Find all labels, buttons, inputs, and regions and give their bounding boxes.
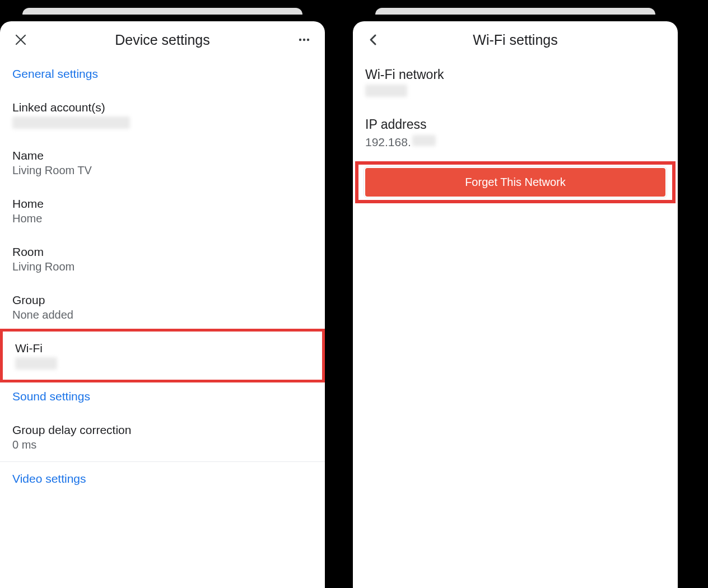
room-label: Room <box>12 245 313 259</box>
sheet-behind <box>375 8 655 15</box>
page-title: Device settings <box>29 32 296 48</box>
svg-point-4 <box>307 39 309 41</box>
forget-network-button[interactable]: Forget This Network <box>364 167 667 198</box>
more-icon[interactable] <box>296 31 313 48</box>
ip-address-prefix: 192.168. <box>365 136 411 149</box>
home-value: Home <box>12 212 313 225</box>
name-label: Name <box>12 149 313 162</box>
home-row[interactable]: Home Home <box>0 187 325 235</box>
svg-point-2 <box>299 39 301 41</box>
notch <box>0 0 325 7</box>
home-label: Home <box>12 197 313 211</box>
name-row[interactable]: Name Living Room TV <box>0 139 325 187</box>
wifi-network-row[interactable]: Wi-Fi network <box>353 57 678 107</box>
group-value: None added <box>12 309 313 321</box>
ip-address-suffix-redacted <box>412 135 436 146</box>
device-settings-screen: Device settings General settings Linked … <box>0 0 325 588</box>
forget-network-label: Forget This Network <box>465 176 566 188</box>
group-delay-value: 0 ms <box>12 438 313 451</box>
wifi-settings-screen: Wi-Fi settings Wi-Fi network IP address … <box>353 0 678 588</box>
wifi-value-redacted <box>15 357 57 370</box>
wifi-network-value-redacted <box>365 85 407 97</box>
general-settings-link[interactable]: General settings <box>0 57 325 91</box>
page-title: Wi-Fi settings <box>382 32 649 48</box>
group-delay-row[interactable]: Group delay correction 0 ms <box>0 413 325 461</box>
linked-accounts-label: Linked account(s) <box>12 101 313 114</box>
room-value: Living Room <box>12 260 313 273</box>
group-row[interactable]: Group None added <box>0 283 325 332</box>
room-row[interactable]: Room Living Room <box>0 235 325 283</box>
wifi-row[interactable]: Wi-Fi <box>0 329 325 382</box>
header: Wi-Fi settings <box>353 21 678 57</box>
wifi-label: Wi-Fi <box>15 342 310 355</box>
group-delay-label: Group delay correction <box>12 423 313 437</box>
sound-settings-link[interactable]: Sound settings <box>0 380 325 413</box>
svg-point-3 <box>303 39 305 41</box>
linked-accounts-row[interactable]: Linked account(s) <box>0 91 325 139</box>
group-label: Group <box>12 293 313 307</box>
ip-address-label: IP address <box>365 117 665 132</box>
sheet-behind <box>22 8 302 15</box>
forget-network-highlight: Forget This Network <box>355 161 676 203</box>
video-settings-link[interactable]: Video settings <box>0 462 325 496</box>
header: Device settings <box>0 21 325 57</box>
wifi-network-label: Wi-Fi network <box>365 67 665 82</box>
linked-accounts-value-redacted <box>12 116 130 129</box>
name-value: Living Room TV <box>12 164 313 177</box>
notch <box>353 0 678 7</box>
general-settings-label: General settings <box>12 67 313 81</box>
sound-settings-label: Sound settings <box>12 390 313 403</box>
ip-address-row: IP address 192.168. <box>353 107 678 159</box>
close-icon[interactable] <box>12 31 29 48</box>
video-settings-label: Video settings <box>12 472 313 486</box>
back-icon[interactable] <box>365 31 382 48</box>
